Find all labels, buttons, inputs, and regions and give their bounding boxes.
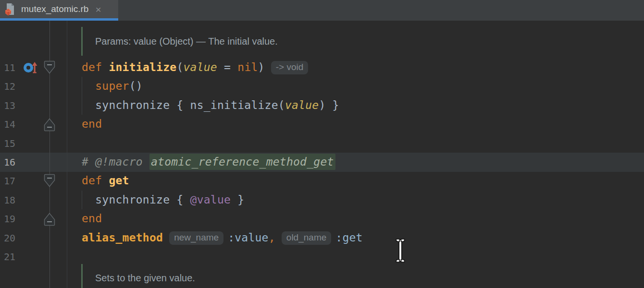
token-pln bbox=[82, 80, 95, 92]
line-number-20[interactable]: 20 bbox=[4, 228, 23, 248]
editor-tab-bar: mutex_atomic.rb × bbox=[0, 0, 644, 21]
code-line-19[interactable]: end bbox=[82, 209, 102, 228]
close-icon[interactable]: × bbox=[95, 4, 101, 14]
code-line-12[interactable]: super() bbox=[82, 77, 143, 96]
fold-end-icon[interactable] bbox=[44, 117, 55, 133]
token-pln: () bbox=[129, 80, 143, 92]
code-line-17[interactable]: def get bbox=[82, 171, 129, 191]
inlay-hint: old_name bbox=[282, 231, 331, 245]
line-number-14[interactable]: 14 bbox=[4, 115, 23, 134]
token-pln: synchronize { ns_initialize( bbox=[82, 99, 285, 111]
code-line-18[interactable]: synchronize { @value } bbox=[82, 191, 244, 210]
token-pln: ( bbox=[176, 61, 183, 73]
gutter-separator bbox=[67, 21, 67, 288]
override-gutter-icon[interactable] bbox=[22, 60, 38, 77]
token-kw: end bbox=[82, 212, 102, 225]
line-number-18[interactable]: 18 bbox=[4, 191, 23, 210]
doc-comment-sets: Sets to the given value. bbox=[95, 268, 195, 288]
token-macro: atomic_reference_method_get bbox=[149, 154, 335, 170]
line-number-21[interactable]: 21 bbox=[4, 247, 23, 266]
token-pln: ) } bbox=[319, 99, 339, 111]
token-pln: } bbox=[231, 193, 244, 206]
token-pln: synchronize { bbox=[82, 193, 190, 206]
inlay-hint: new_name bbox=[169, 231, 223, 245]
token-param: value bbox=[183, 61, 217, 73]
code-line-20[interactable]: alias_methodnew_name:value,old_name:get bbox=[82, 228, 363, 248]
token-kw: def bbox=[82, 61, 109, 73]
line-number-17[interactable]: 17 bbox=[4, 171, 23, 191]
token-kw: def bbox=[82, 174, 109, 187]
line-number-12[interactable]: 12 bbox=[4, 77, 23, 96]
token-pln: = bbox=[217, 61, 237, 73]
doc-comment-params: Params: value (Object) — The initial val… bbox=[95, 32, 278, 51]
fold-start-icon[interactable] bbox=[44, 174, 55, 190]
doc-comment-bar bbox=[81, 27, 83, 56]
token-pln: ) bbox=[258, 61, 265, 73]
editor[interactable]: Params: value (Object) — The initial val… bbox=[0, 21, 644, 288]
fold-start-icon[interactable] bbox=[44, 60, 55, 77]
token-kw: nil bbox=[237, 61, 258, 73]
ruby-file-icon bbox=[4, 3, 16, 16]
token-kw: super bbox=[95, 80, 129, 92]
code-line-13[interactable]: synchronize { ns_initialize(value) } bbox=[82, 96, 339, 115]
code-line-16[interactable]: # @!macro atomic_reference_method_get bbox=[82, 153, 335, 172]
token-param: value bbox=[285, 99, 319, 111]
token-sym: :get bbox=[335, 231, 362, 244]
inlay-hint: -> void bbox=[271, 61, 309, 74]
line-number-11[interactable]: 11 bbox=[4, 58, 23, 77]
tab-title: mutex_atomic.rb bbox=[21, 4, 88, 14]
token-alias: alias_method bbox=[82, 231, 163, 244]
fold-end-icon[interactable] bbox=[44, 212, 55, 228]
doc-comment-bar bbox=[81, 264, 83, 288]
code-line-11[interactable]: def initialize(value = nil)-> void bbox=[82, 58, 312, 77]
token-method: get bbox=[109, 174, 129, 187]
token-ivar: @value bbox=[190, 193, 231, 206]
token-method: initialize bbox=[109, 61, 176, 73]
line-number-19[interactable]: 19 bbox=[4, 209, 23, 228]
line-number-15[interactable]: 15 bbox=[4, 134, 23, 153]
ibeam-cursor bbox=[395, 238, 406, 263]
token-sym: :value bbox=[228, 231, 269, 244]
token-kw: , bbox=[269, 231, 275, 244]
line-number-13[interactable]: 13 bbox=[4, 96, 23, 115]
line-number-16[interactable]: 16 bbox=[4, 153, 23, 172]
tab-mutex-atomic-rb[interactable]: mutex_atomic.rb × bbox=[0, 0, 118, 21]
code-line-14[interactable]: end bbox=[82, 115, 102, 134]
ide-window: { "tab": { "title": "mutex_atomic.rb", "… bbox=[0, 0, 644, 288]
token-kw: end bbox=[82, 118, 102, 130]
token-comment: # @!macro bbox=[82, 156, 149, 168]
